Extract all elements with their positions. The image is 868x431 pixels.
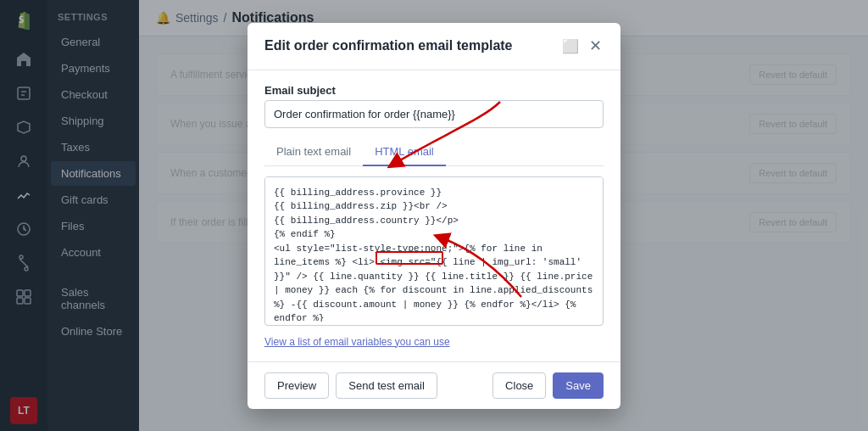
modal-close-button[interactable]: ✕ [587,36,604,55]
edit-template-modal: Edit order confirmation email template ⬜… [248,23,620,409]
tab-plain-text[interactable]: Plain text email [264,138,363,166]
save-button[interactable]: Save [553,372,604,399]
modal-expand-button[interactable]: ⬜ [560,36,581,56]
footer-right-actions: Close Save [492,372,604,399]
html-code-textarea[interactable]: {{ billing_address.province }} {{ billin… [265,177,603,322]
modal-footer: Preview Send test email Close Save [248,361,620,409]
send-test-email-button[interactable]: Send test email [336,372,437,399]
modal-header: Edit order confirmation email template ⬜… [248,23,620,70]
email-variables-link[interactable]: View a list of email variables you can u… [264,336,604,348]
email-subject-label: Email subject [264,84,604,97]
footer-left-actions: Preview Send test email [264,372,437,399]
close-button[interactable]: Close [492,372,546,399]
html-code-editor: {{ billing_address.province }} {{ billin… [264,176,604,326]
email-subject-field-group: Email subject [264,84,604,128]
tab-html-email[interactable]: HTML email [363,138,446,166]
modal-body: Email subject Plain text email HTML emai… [248,70,620,361]
preview-button[interactable]: Preview [264,372,329,399]
modal-overlay: Edit order confirmation email template ⬜… [0,0,868,431]
modal-header-actions: ⬜ ✕ [560,36,604,56]
email-subject-input[interactable] [264,100,604,128]
modal-title: Edit order confirmation email template [264,38,513,53]
email-template-tabs: Plain text email HTML email [264,138,604,166]
